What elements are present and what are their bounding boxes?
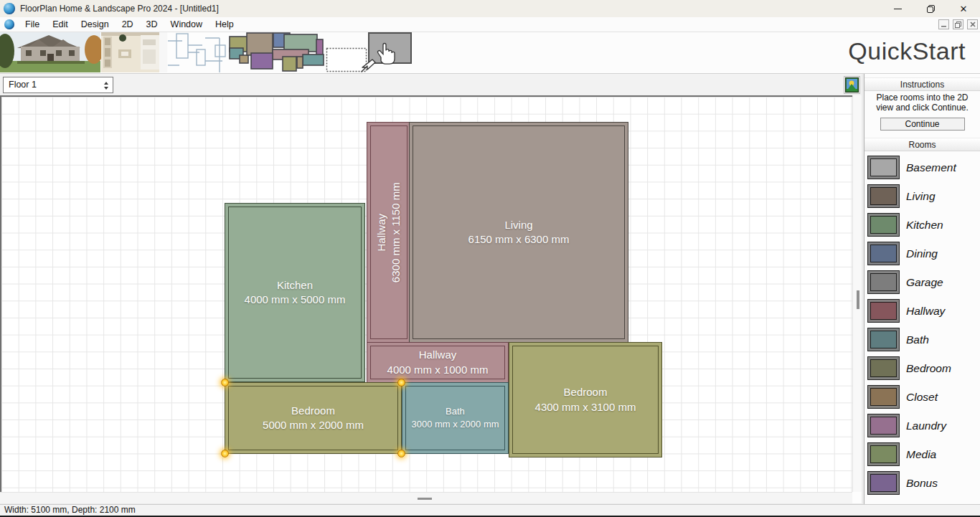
room-swatch xyxy=(867,242,900,265)
workflow-illustration xyxy=(0,32,416,73)
room-swatch xyxy=(867,471,900,495)
room-hallway-horizontal[interactable]: Hallway4000 mm x 1000 mm xyxy=(367,342,509,383)
room-list-item-closet[interactable]: Closet xyxy=(864,383,980,412)
continue-button[interactable]: Continue xyxy=(880,118,965,131)
menu-bar: File Edit Design 2D 3D Window Help xyxy=(0,17,980,32)
title-bar: FloorPlan Home & Landscape Pro 2024 - [U… xyxy=(0,0,980,17)
status-dimensions: Width: 5100 mm, Depth: 2100 mm xyxy=(4,505,136,515)
blueprint-thumbnail xyxy=(168,32,230,72)
app-icon xyxy=(4,3,15,14)
room-item-label: Bath xyxy=(906,333,929,346)
quickstart-banner: QuickStart xyxy=(0,32,980,74)
floor-selector-value: Floor 1 xyxy=(9,80,37,90)
room-swatch xyxy=(867,356,900,380)
room-list-item-media[interactable]: Media xyxy=(864,440,980,469)
room-bedroom-right[interactable]: Bedroom4300 mm x 3100 mm xyxy=(509,342,662,457)
room-label: Hallway4000 mm x 1000 mm xyxy=(387,348,489,377)
minimize-icon xyxy=(894,9,902,9)
room-label: Kitchen4000 mm x 5000 mm xyxy=(245,278,346,308)
floorplan-3d-thumbnail xyxy=(101,32,167,72)
room-swatch xyxy=(867,184,900,208)
quickstart-logo: QuickStart xyxy=(848,37,966,65)
floor-selector[interactable]: Floor 1 xyxy=(3,77,113,93)
room-list-item-basement[interactable]: Basement xyxy=(864,153,980,182)
background-image-button[interactable] xyxy=(844,76,860,94)
vertical-scrollbar-thumb[interactable] xyxy=(857,290,859,309)
application-window: FloorPlan Home & Landscape Pro 2024 - [U… xyxy=(0,0,980,517)
room-list-item-laundry[interactable]: Laundry xyxy=(864,412,980,440)
room-item-label: Garage xyxy=(906,276,943,289)
selection-handle-tl[interactable] xyxy=(221,379,229,386)
room-list-item-living[interactable]: Living xyxy=(864,182,980,211)
menu-file[interactable]: File xyxy=(19,17,46,32)
room-list-item-bonus[interactable]: Bonus xyxy=(864,469,980,498)
room-swatch xyxy=(867,299,900,323)
plan-canvas[interactable]: Hallway6300 mm x 1150 mmLiving6150 mm x … xyxy=(0,95,852,492)
mdi-minimize-button[interactable] xyxy=(938,19,949,29)
room-item-label: Media xyxy=(906,448,936,461)
vertical-scrollbar[interactable] xyxy=(852,95,862,492)
app-icon-small xyxy=(4,19,14,29)
selection-handle-bl[interactable] xyxy=(221,450,229,457)
room-swatch xyxy=(867,442,900,466)
rooms-list: Basement Living Kitchen Dining Garage Ha… xyxy=(864,153,980,498)
room-list-item-hallway[interactable]: Hallway xyxy=(864,297,980,326)
room-bath[interactable]: Bath3000 mm x 2000 mm xyxy=(402,382,509,454)
instructions-text: Place rooms into the 2D view and click C… xyxy=(864,93,980,113)
room-living[interactable]: Living6150 mm x 6300 mm xyxy=(409,122,628,343)
room-item-label: Bedroom xyxy=(906,362,951,375)
floor-toolbar: Floor 1 xyxy=(0,74,862,95)
menu-help[interactable]: Help xyxy=(209,17,240,32)
close-icon: ✕ xyxy=(960,4,968,14)
room-label: Hallway6300 mm x 1150 mm xyxy=(374,182,404,283)
menu-design[interactable]: Design xyxy=(75,17,116,32)
room-label: Bedroom4300 mm x 3100 mm xyxy=(535,385,636,414)
room-swatch xyxy=(867,270,900,294)
room-item-label: Bonus xyxy=(906,477,938,490)
restore-icon xyxy=(927,5,935,13)
room-swatch xyxy=(867,414,900,437)
room-item-label: Basement xyxy=(906,161,956,174)
room-item-label: Dining xyxy=(906,247,938,260)
menu-window[interactable]: Window xyxy=(164,17,209,32)
room-bedroom-left[interactable]: Bedroom5000 mm x 2000 mm xyxy=(225,382,402,454)
room-item-label: Closet xyxy=(906,391,938,404)
selection-handle-tr[interactable] xyxy=(397,379,405,386)
room-item-label: Laundry xyxy=(906,419,946,432)
drop-target-dashed-box xyxy=(327,49,367,72)
room-item-label: Living xyxy=(906,190,936,203)
menu-edit[interactable]: Edit xyxy=(46,17,75,32)
selection-handle-br[interactable] xyxy=(397,450,405,457)
window-title: FloorPlan Home & Landscape Pro 2024 - [U… xyxy=(20,4,219,14)
room-list-item-bedroom[interactable]: Bedroom xyxy=(864,354,980,383)
room-label: Bedroom5000 mm x 2000 mm xyxy=(263,404,364,433)
room-list-item-kitchen[interactable]: Kitchen xyxy=(864,211,980,239)
room-swatch xyxy=(867,213,900,237)
spinner-down-icon xyxy=(104,87,108,90)
mdi-restore-button[interactable] xyxy=(953,19,963,29)
menu-2d[interactable]: 2D xyxy=(116,17,140,32)
landscape-image-icon xyxy=(845,77,859,93)
minimize-button[interactable] xyxy=(881,0,914,17)
room-blocks-thumbnail xyxy=(230,33,324,71)
mdi-close-button[interactable] xyxy=(967,19,978,29)
quickstart-panel: Instructions Place rooms into the 2D vie… xyxy=(864,74,980,504)
menu-3d[interactable]: 3D xyxy=(140,17,164,32)
room-kitchen[interactable]: Kitchen4000 mm x 5000 mm xyxy=(225,203,365,382)
restore-button[interactable] xyxy=(914,0,947,17)
room-item-label: Kitchen xyxy=(906,219,943,232)
close-button[interactable]: ✕ xyxy=(947,0,980,17)
scrollbar-corner xyxy=(852,492,862,503)
room-list-item-bath[interactable]: Bath xyxy=(864,326,980,354)
horizontal-scrollbar[interactable] xyxy=(0,492,852,503)
instructions-header: Instructions xyxy=(864,77,980,91)
room-swatch xyxy=(867,385,900,409)
room-hallway-vertical[interactable]: Hallway6300 mm x 1150 mm xyxy=(367,122,411,343)
room-label: Living6150 mm x 6300 mm xyxy=(468,218,570,247)
room-list-item-garage[interactable]: Garage xyxy=(864,268,980,297)
floor-spinner[interactable] xyxy=(102,79,110,92)
room-swatch xyxy=(867,328,900,351)
spinner-up-icon xyxy=(104,82,108,85)
room-list-item-dining[interactable]: Dining xyxy=(864,239,980,268)
horizontal-scrollbar-thumb[interactable] xyxy=(418,498,432,500)
